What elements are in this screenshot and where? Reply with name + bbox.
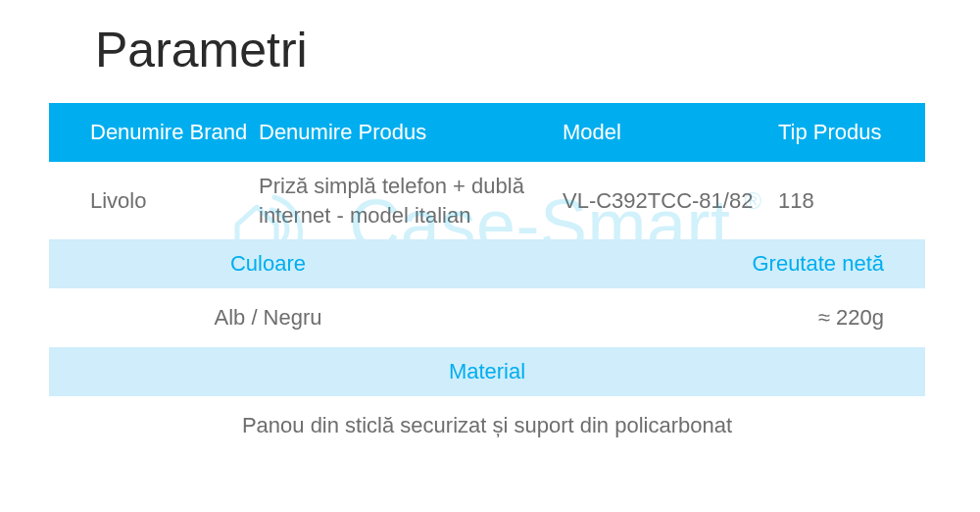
table-header-row: Denumire Brand Denumire Produs Model Tip… (49, 103, 925, 162)
table-subheader-row: Material (49, 347, 925, 396)
header-brand: Denumire Brand (49, 120, 259, 145)
cell-product: Priză simplă telefon + dublă internet - … (259, 172, 563, 230)
header-model: Model (563, 120, 768, 145)
cell-weight: ≈ 220g (487, 305, 925, 331)
parameters-table: Denumire Brand Denumire Produs Model Tip… (49, 103, 925, 455)
header-type: Tip Produs (768, 120, 925, 145)
cell-type: 118 (768, 188, 925, 214)
subheader-color: Culoare (49, 251, 487, 277)
cell-material: Panou din sticlă securizat și suport din… (242, 413, 732, 438)
subheader-weight: Greutate netă (487, 251, 925, 277)
cell-brand: Livolo (49, 188, 259, 214)
table-subheader-row: Culoare Greutate netă (49, 239, 925, 288)
subheader-material: Material (449, 359, 525, 384)
header-product: Denumire Produs (259, 120, 563, 145)
page-title: Parametri (95, 22, 308, 78)
cell-color: Alb / Negru (49, 305, 487, 331)
table-row: Panou din sticlă securizat și suport din… (49, 396, 925, 455)
table-row: Livolo Priză simplă telefon + dublă inte… (49, 162, 925, 239)
cell-model: VL-C392TCC-81/82 (563, 188, 768, 214)
table-row: Alb / Negru ≈ 220g (49, 288, 925, 347)
